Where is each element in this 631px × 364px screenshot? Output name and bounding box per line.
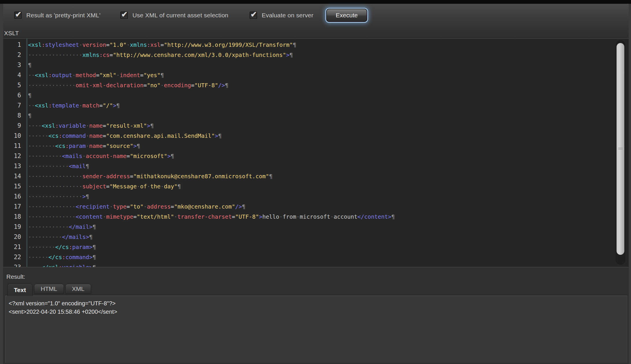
- tab-xml[interactable]: XML: [65, 284, 91, 294]
- code-token: "source": [106, 143, 133, 149]
- code-token: day": [164, 183, 178, 190]
- code-token: ·: [86, 122, 89, 129]
- code-line-22: 22······</cs:command>¶: [3, 252, 614, 262]
- code-token: output: [52, 72, 72, 79]
- code-token: variable: [59, 122, 86, 129]
- code-token: version: [82, 42, 106, 48]
- code-token: <: [35, 72, 38, 79]
- tab-text[interactable]: Text: [7, 284, 33, 296]
- result-label: Result:: [6, 273, 25, 280]
- code-token: ·: [137, 183, 140, 190]
- code-token: =: [130, 173, 133, 180]
- checkmark-icon: ✔: [250, 10, 257, 19]
- code-token: "1.0": [110, 42, 127, 48]
- code-token: ·: [330, 213, 334, 220]
- line-number: 20: [3, 232, 21, 242]
- code-token: "http://www.censhare.com/xml/3.0.0/xpath…: [113, 52, 286, 58]
- checkbox-checked[interactable]: ✔: [250, 12, 257, 19]
- code-token: ··: [28, 72, 35, 79]
- checkbox-label: Result as 'pretty-print XML': [26, 12, 100, 19]
- checkmark-icon: ✔: [121, 10, 128, 19]
- code-token: >: [89, 244, 93, 250]
- code-token: >: [89, 264, 93, 267]
- checkbox-checked[interactable]: ✔: [120, 12, 128, 19]
- code-token: microsoft: [300, 213, 330, 220]
- code-token: </content>: [357, 213, 391, 220]
- checkbox-group: ✔Result as 'pretty-print XML': [14, 11, 100, 20]
- code-token: ¶: [289, 52, 293, 58]
- code-token: ······: [28, 254, 48, 261]
- code-token: transfer-charset: [178, 213, 232, 220]
- code-token: ·: [279, 213, 283, 220]
- code-token: ¶: [89, 234, 93, 240]
- code-token: "microsoft": [130, 153, 167, 159]
- code-token: name: [89, 133, 103, 139]
- result-panel: <?xml version="1.0" encoding="UTF-8"?> <…: [5, 296, 627, 363]
- code-token: cs: [103, 52, 109, 58]
- code-token: =: [127, 153, 130, 159]
- code-line-1: 1<xsl:stylesheet·version="1.0"·xmlns:xsl…: [3, 40, 614, 50]
- code-line-6: 6¶: [3, 90, 614, 101]
- code-line-3: 3¶: [3, 60, 614, 70]
- code-token: ················: [28, 173, 82, 180]
- code-token: =: [110, 52, 113, 58]
- code-token: ·: [79, 102, 82, 109]
- line-number: 23: [3, 262, 21, 267]
- code-token: :: [59, 133, 62, 139]
- code-line-15: 15················subject="Message·of·th…: [3, 181, 614, 192]
- code-token: ··············: [28, 82, 75, 89]
- code-token: "Message: [110, 183, 137, 190]
- code-token: ·: [147, 183, 150, 190]
- line-number: 14: [3, 171, 21, 181]
- code-token: =: [143, 82, 147, 89]
- code-token: account: [334, 213, 357, 220]
- code-token: command: [62, 133, 86, 139]
- code-token: cs: [52, 133, 58, 139]
- scrollbar-thumb[interactable]: [617, 43, 624, 255]
- line-number: 3: [3, 60, 21, 70]
- code-token: ¶: [242, 203, 246, 210]
- code-token: sender-address: [82, 173, 130, 180]
- code-token: :: [59, 264, 62, 267]
- code-token: :: [147, 42, 150, 48]
- code-token: ····: [28, 122, 42, 129]
- code-area[interactable]: 1<xsl:stylesheet·version="1.0"·xmlns:xsl…: [3, 39, 614, 267]
- code-token: type: [113, 203, 127, 210]
- checkmark-icon: ✔: [15, 10, 22, 19]
- code-line-2: 2················xmlns:cs="http://www.ce…: [3, 50, 614, 60]
- code-token: subject: [82, 183, 106, 190]
- code-token: param: [72, 244, 89, 250]
- code-token: ¶: [86, 163, 89, 170]
- code-line-10: 10······<cs:command·name="com.censhare.a…: [3, 131, 614, 141]
- code-token: ·: [82, 153, 86, 159]
- code-token: ·: [127, 42, 130, 48]
- line-number: 18: [3, 212, 21, 222]
- code-token: :: [55, 122, 59, 129]
- code-token: <: [42, 122, 45, 129]
- code-token: ··: [28, 102, 35, 109]
- code-token: variable: [62, 264, 89, 267]
- code-line-11: 11········<cs:param·name="source">¶: [3, 141, 614, 151]
- code-token: of: [140, 183, 147, 190]
- line-number: 8: [3, 111, 21, 121]
- code-token: ·: [79, 42, 82, 48]
- code-token: =: [103, 143, 106, 149]
- code-token: "UTF-8": [194, 82, 218, 89]
- code-line-13: 13············<mail¶: [3, 161, 614, 171]
- code-token: >: [82, 193, 86, 200]
- code-token: cs: [62, 244, 69, 250]
- code-token: "mko@censhare.com": [174, 203, 235, 210]
- checkbox-checked[interactable]: ✔: [14, 12, 22, 19]
- code-token: <: [48, 133, 52, 139]
- vertical-scrollbar[interactable]: [616, 40, 625, 265]
- execute-button[interactable]: Execute: [326, 9, 367, 22]
- code-token: method: [75, 72, 96, 79]
- code-token: </: [48, 254, 55, 261]
- tab-html[interactable]: HTML: [34, 284, 64, 294]
- code-token: command: [65, 254, 89, 261]
- code-line-4: 4··<xsl:output·method="xml"·indent="yes"…: [3, 70, 614, 80]
- code-token: ··········: [28, 153, 62, 159]
- code-token: "result-xml": [106, 122, 147, 129]
- line-number: 1: [3, 40, 21, 50]
- code-token: the: [150, 183, 160, 190]
